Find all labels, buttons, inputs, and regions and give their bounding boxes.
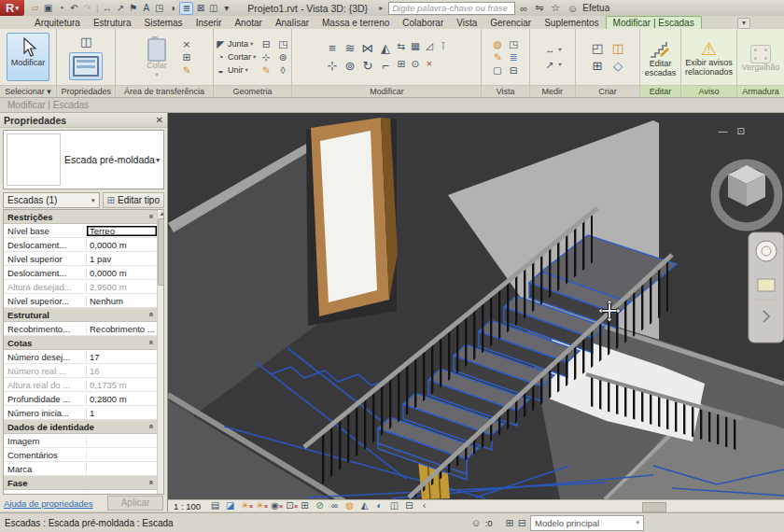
create-parts-icon[interactable]: ◇	[609, 58, 626, 75]
solid-icon[interactable]: ◳	[276, 38, 289, 50]
ribbon-tab[interactable]: Vista	[450, 17, 483, 29]
create-assembly-icon[interactable]: ⊞	[589, 58, 606, 75]
ribbon-tab[interactable]: Suplementos	[538, 17, 605, 29]
design-options-icon[interactable]: ⊟	[518, 517, 526, 529]
switch-windows-icon[interactable]: ◫	[207, 2, 219, 15]
property-row[interactable]: Nível base Terreo	[4, 224, 157, 238]
delete-icon[interactable]: ×	[423, 58, 436, 70]
geometry-menu-item[interactable]: ◒ Unir ▾	[216, 64, 256, 77]
property-row[interactable]: Recobrimento... Recobrimento ...	[4, 322, 157, 336]
beam-icon[interactable]: ⊹	[259, 51, 273, 63]
ribbon-tab[interactable]: Inserir	[189, 17, 229, 29]
property-row[interactable]: Nível superior 1 pav	[4, 252, 157, 266]
aligned-dimension-icon[interactable]: ↔	[101, 2, 113, 15]
thin-lines-view-icon[interactable]: ≣	[507, 51, 520, 63]
title-expander-icon[interactable]: ▸	[379, 4, 383, 12]
favorites-star-icon[interactable]: ☆	[548, 2, 563, 14]
shadows-icon[interactable]: ☀×	[254, 500, 266, 511]
detail-level-icon[interactable]: ▤	[209, 500, 221, 511]
pin-icon[interactable]: ⊺	[437, 40, 450, 52]
ribbon-tab[interactable]: Gerenciar	[483, 17, 538, 29]
redo-icon[interactable]: ↷	[81, 2, 93, 15]
application-menu-button[interactable]: R ▾	[0, 0, 24, 16]
property-row[interactable]: Fase «	[4, 476, 157, 490]
trim-icon[interactable]: ⌐	[377, 58, 394, 75]
ribbon-tab[interactable]: Estrutura	[87, 17, 138, 29]
sun-path-icon[interactable]: ☀×	[239, 500, 251, 511]
linework-pencil-icon[interactable]: ✎	[491, 51, 504, 63]
sign-in-label[interactable]: Efetua	[582, 3, 609, 13]
ribbon-tab[interactable]: Colaborar	[396, 17, 450, 29]
geometry-menu-item[interactable]: ◤ Junta ▾	[216, 38, 256, 50]
rebar-button[interactable]: Vergalhão	[739, 42, 782, 73]
properties-palette-button[interactable]	[69, 52, 103, 80]
thin-lines-icon[interactable]: ≣	[179, 2, 193, 15]
property-row[interactable]: Comentários	[4, 448, 157, 462]
measure-line-icon[interactable]: ↔	[543, 44, 556, 56]
user-icon[interactable]: ☺	[565, 3, 581, 14]
properties-header[interactable]: Propriedades ✕	[0, 113, 167, 128]
close-icon[interactable]: ✕	[156, 115, 163, 125]
join-icon[interactable]: ⊙	[409, 58, 422, 70]
ribbon-tab[interactable]: Modificar | Escadas	[606, 16, 702, 29]
property-row[interactable]: Nível superior... Nenhum	[4, 294, 157, 308]
copy-icon[interactable]: ⊞	[180, 51, 193, 63]
paint-icon[interactable]: ✎	[259, 64, 273, 77]
exchange-apps-icon[interactable]: ⇋	[532, 2, 546, 14]
scrollbar-thumb[interactable]	[158, 218, 164, 286]
panel-label-selecionar[interactable]: Selecionar ▾	[0, 85, 56, 97]
ribbon-tab[interactable]: Anotar	[228, 17, 268, 29]
mirror-draw-axis-icon[interactable]: ◭	[377, 40, 394, 57]
property-row[interactable]: Número desej... 17	[4, 350, 157, 364]
property-row[interactable]: Deslocament... 0,0000 m	[4, 266, 157, 280]
panel-label-propriedades[interactable]: Propriedades	[57, 85, 115, 97]
design-option-dropdown[interactable]: Modelo principal ▾	[530, 515, 644, 531]
property-row[interactable]: Imagem	[4, 434, 157, 448]
sync-icon[interactable]: ◔	[55, 2, 67, 15]
drawing-area[interactable]: E N	[168, 113, 784, 511]
create-similar-icon[interactable]: ◫	[609, 40, 626, 57]
3d-scene[interactable]: E N	[168, 113, 784, 499]
ribbon-tab[interactable]: Analisar	[269, 17, 315, 29]
collapse-chevron-icon[interactable]: «	[146, 424, 155, 428]
geometry-menu-item[interactable]: ◔ Cortar ▾	[216, 51, 256, 63]
attach-icon[interactable]: ◊	[276, 64, 289, 77]
ribbon-tab[interactable]: Arquitetura	[28, 17, 87, 29]
property-row[interactable]: Altura real do ... 0,1735 m	[4, 378, 157, 392]
property-row[interactable]: Marca	[4, 462, 157, 476]
show-related-warnings-button[interactable]: ⚠ Exibir avisos relacionados	[683, 37, 735, 77]
collapse-chevron-icon[interactable]: «	[146, 340, 155, 344]
edit-stairs-button[interactable]: Editar escadas	[642, 36, 679, 77]
temporary-hide-isolate-icon[interactable]: ∞	[329, 500, 341, 511]
create-group-icon[interactable]: ◰	[589, 40, 606, 57]
collapse-chevron-icon[interactable]: «	[146, 480, 155, 484]
modify-button[interactable]: Modificar	[7, 33, 49, 81]
offset-icon[interactable]: ≋	[342, 40, 358, 57]
rendering-dialog-icon[interactable]: ◉×	[269, 500, 281, 511]
ribbon-tab[interactable]: Massa e terreno	[315, 17, 396, 29]
search-icon[interactable]: ∞	[517, 3, 530, 14]
match-type-icon[interactable]: ✎	[180, 64, 193, 77]
camera-box-icon[interactable]: ◳	[507, 38, 520, 50]
collapse-chevron-icon[interactable]: «	[146, 312, 155, 316]
measure-icon[interactable]: ↗	[114, 2, 126, 15]
undo-icon[interactable]: ↶	[68, 2, 80, 15]
tag-icon[interactable]: ⚑	[127, 2, 139, 15]
property-row[interactable]: Profundidade ... 0,2800 m	[4, 392, 157, 406]
customize-qat-icon[interactable]: ▾	[220, 2, 232, 15]
navigation-bar[interactable]	[749, 232, 784, 343]
hide-box-icon[interactable]: ▢	[491, 64, 504, 77]
properties-scrollbar[interactable]: ▲	[157, 210, 164, 494]
property-row[interactable]: Estrutural «	[4, 308, 157, 322]
mirror-pick-axis-icon[interactable]: ⋈	[359, 40, 376, 57]
edit-type-button[interactable]: ⊞ Editar tipo	[103, 192, 164, 208]
cope-icon[interactable]: ⊟	[259, 38, 273, 50]
property-row[interactable]: Dados de identidade «	[4, 420, 157, 434]
locked-view-icon[interactable]: ⊘	[314, 500, 326, 511]
measure-angle-icon[interactable]: ↗	[543, 59, 556, 71]
section-icon[interactable]: ◑	[166, 2, 178, 15]
property-row[interactable]: Número real ... 16	[4, 364, 157, 378]
reveal-hidden-elements-icon[interactable]: ◍	[343, 500, 356, 511]
properties-help-link[interactable]: Ajuda de propriedades	[4, 498, 93, 509]
display-constraints-icon[interactable]: ⊟	[403, 500, 415, 511]
